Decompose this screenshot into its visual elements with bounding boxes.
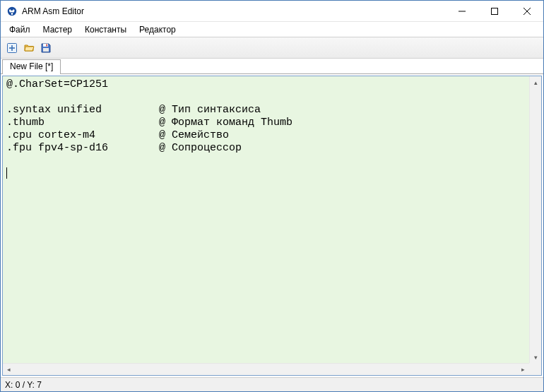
vertical-scrollbar[interactable]: ▴ ▾: [529, 76, 541, 363]
open-button[interactable]: [20, 40, 37, 57]
menu-constants[interactable]: Константы: [79, 23, 132, 36]
svg-rect-13: [43, 48, 49, 52]
scroll-left-icon[interactable]: ◂: [3, 364, 15, 375]
scroll-track-h[interactable]: [15, 364, 517, 375]
maximize-button[interactable]: [478, 1, 511, 21]
svg-rect-6: [492, 8, 498, 14]
menu-file[interactable]: Файл: [4, 23, 36, 36]
close-button[interactable]: [511, 1, 543, 21]
scroll-up-icon[interactable]: ▴: [530, 76, 541, 88]
save-icon: [40, 42, 52, 54]
app-icon: [6, 6, 18, 17]
scroll-right-icon[interactable]: ▸: [517, 364, 529, 375]
new-file-button[interactable]: [4, 40, 20, 57]
titlebar-left: ARM Asm Editor: [1, 6, 446, 17]
menubar: Файл Мастер Константы Редактор: [1, 22, 543, 37]
scroll-down-icon[interactable]: ▾: [530, 351, 541, 363]
app-window: ARM Asm Editor Файл Мастер Константы Ред…: [0, 0, 544, 392]
scroll-corner: [529, 363, 541, 375]
tabstrip: New File [*]: [1, 59, 543, 74]
menu-editor[interactable]: Редактор: [134, 23, 182, 36]
tab-new-file[interactable]: New File [*]: [2, 59, 61, 74]
scroll-track-v[interactable]: [530, 88, 541, 351]
plus-icon: [6, 42, 18, 54]
statusbar: X: 0 / Y: 7: [1, 377, 543, 391]
svg-point-3: [11, 12, 13, 14]
menu-master[interactable]: Мастер: [37, 23, 78, 36]
titlebar[interactable]: ARM Asm Editor: [1, 1, 543, 22]
cursor-position: X: 0 / Y: 7: [5, 380, 42, 390]
code-editor[interactable]: @.CharSet=CP1251 .syntax unified @ Тип с…: [3, 76, 529, 363]
toolbar: [1, 37, 543, 59]
editor-panel: @.CharSet=CP1251 .syntax unified @ Тип с…: [1, 74, 543, 377]
editor-body: @.CharSet=CP1251 .syntax unified @ Тип с…: [3, 76, 541, 363]
window-controls: [446, 1, 543, 21]
folder-open-icon: [23, 42, 35, 54]
text-caret: [6, 167, 7, 179]
editor-frame: @.CharSet=CP1251 .syntax unified @ Тип с…: [2, 76, 542, 376]
minimize-button[interactable]: [446, 1, 478, 21]
svg-point-4: [11, 10, 13, 11]
svg-rect-14: [47, 44, 48, 46]
horizontal-scrollbar[interactable]: ◂ ▸: [3, 363, 529, 375]
window-title: ARM Asm Editor: [22, 6, 84, 16]
save-button[interactable]: [37, 40, 54, 57]
